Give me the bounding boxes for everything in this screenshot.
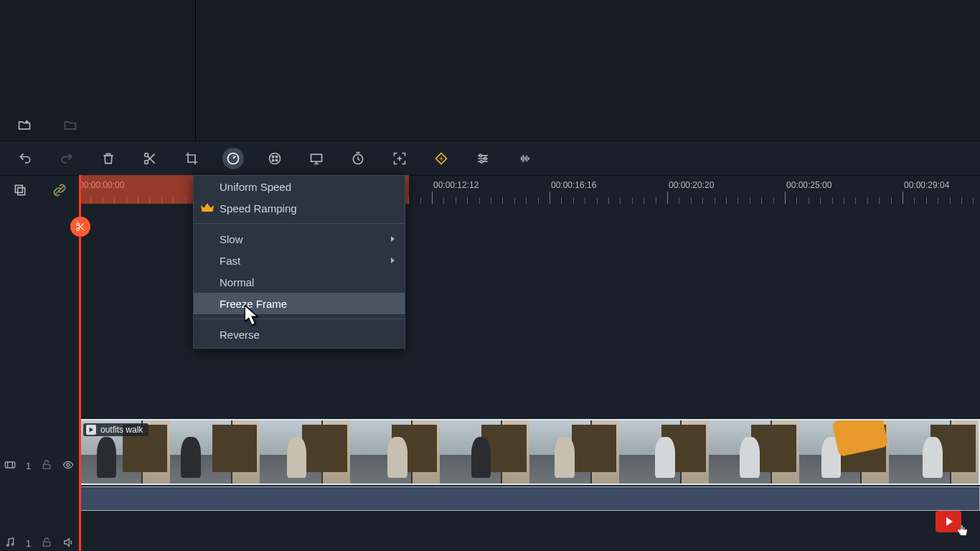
menu-item-freeze-frame[interactable]: Freeze Frame xyxy=(194,293,405,314)
svg-rect-18 xyxy=(5,462,14,468)
menu-item-uniform-speed[interactable]: Uniform Speed xyxy=(194,176,405,197)
secondary-track-clip[interactable] xyxy=(79,486,980,511)
menu-item-fast[interactable]: Fast xyxy=(194,250,405,271)
ruler-timestamp: 00:00:00:00 xyxy=(79,180,124,190)
audio-track-header: 1 xyxy=(4,534,76,551)
svg-point-5 xyxy=(275,156,278,158)
delete-button[interactable] xyxy=(98,148,119,169)
clip-thumbnail xyxy=(709,420,798,484)
menu-label: Freeze Frame xyxy=(220,298,287,310)
pointer-hand-icon xyxy=(954,522,970,538)
green-screen-button[interactable] xyxy=(306,148,327,169)
video-track-header: 1 xyxy=(4,456,76,475)
premium-crown-icon xyxy=(201,203,214,213)
folder-icon[interactable] xyxy=(62,116,79,133)
svg-point-21 xyxy=(6,544,9,546)
crop-button[interactable] xyxy=(181,148,202,169)
duplicate-icon[interactable] xyxy=(11,182,29,199)
clip-thumbnail xyxy=(170,420,260,484)
submenu-arrow-icon xyxy=(391,258,395,263)
svg-point-20 xyxy=(67,463,70,466)
svg-point-22 xyxy=(11,543,14,545)
svg-point-10 xyxy=(479,154,481,156)
redo-button[interactable] xyxy=(56,148,77,169)
svg-point-12 xyxy=(481,160,483,162)
svg-point-4 xyxy=(272,156,274,158)
menu-item-slow[interactable]: Slow xyxy=(194,228,405,250)
menu-label: Slow xyxy=(220,233,243,245)
timeline-toolbar xyxy=(0,141,980,175)
svg-point-1 xyxy=(145,160,149,164)
timeline-ruler[interactable]: 00:00:00:0000:00:12:1200:00:16:1600:00:2… xyxy=(0,175,980,204)
svg-rect-19 xyxy=(44,464,50,468)
clip-thumbnail xyxy=(889,420,979,484)
mute-icon[interactable] xyxy=(62,537,74,550)
menu-label: Uniform Speed xyxy=(220,181,291,193)
new-folder-plus-icon[interactable] xyxy=(16,116,33,133)
menu-divider xyxy=(194,223,405,224)
speed-button[interactable] xyxy=(222,148,244,169)
lock-icon[interactable] xyxy=(41,459,52,473)
preview-area xyxy=(0,0,980,141)
menu-item-reverse[interactable]: Reverse xyxy=(194,324,405,345)
svg-point-6 xyxy=(272,159,274,161)
submenu-arrow-icon xyxy=(391,236,395,242)
clip-label: outfits walk xyxy=(83,423,149,436)
clip-thumbnail xyxy=(350,420,440,484)
split-button[interactable] xyxy=(139,148,161,169)
detect-button[interactable] xyxy=(389,148,410,169)
ruler-timestamp: 00:00:20:20 xyxy=(669,180,714,190)
svg-point-17 xyxy=(77,228,80,231)
menu-item-speed-ramping[interactable]: Speed Ramping xyxy=(194,197,405,219)
ruler-timestamp: 00:00:12:12 xyxy=(433,180,479,190)
clip-thumbnail xyxy=(440,420,529,484)
menu-item-normal[interactable]: Normal xyxy=(194,271,405,293)
svg-point-11 xyxy=(484,157,486,159)
ruler-timestamp: 00:00:25:00 xyxy=(786,180,831,190)
adjust-button[interactable] xyxy=(472,148,494,169)
svg-point-7 xyxy=(275,159,278,161)
keyframe-button[interactable] xyxy=(430,148,452,169)
menu-label: Reverse xyxy=(220,329,260,341)
clip-thumbnail xyxy=(260,420,349,484)
menu-label: Fast xyxy=(220,255,240,267)
track-index: 1 xyxy=(26,538,31,549)
duration-button[interactable] xyxy=(347,148,369,169)
menu-divider xyxy=(194,319,405,319)
audio-waveform-button[interactable] xyxy=(514,148,535,169)
speed-menu: Uniform Speed Speed Ramping Slow Fast No… xyxy=(193,175,405,349)
svg-rect-8 xyxy=(311,154,322,161)
svg-point-16 xyxy=(77,223,80,226)
clip-name: outfits walk xyxy=(100,425,143,435)
svg-point-3 xyxy=(270,153,281,164)
color-button[interactable] xyxy=(264,148,286,169)
panel-divider xyxy=(195,0,196,141)
clip-thumbnail xyxy=(619,420,709,484)
clip-thumbnail xyxy=(799,420,889,484)
menu-label: Speed Ramping xyxy=(220,202,297,215)
undo-button[interactable] xyxy=(14,148,36,169)
menu-label: Normal xyxy=(220,276,254,288)
playhead-handle[interactable] xyxy=(70,217,90,237)
svg-rect-13 xyxy=(15,185,22,192)
track-index: 1 xyxy=(26,461,31,471)
lock-icon[interactable] xyxy=(41,537,52,550)
ruler-timestamp: 00:00:29:04 xyxy=(904,180,949,190)
ruler-timestamp: 00:00:16:16 xyxy=(551,180,596,190)
clip-play-icon xyxy=(86,425,96,435)
clip-thumbnail xyxy=(529,420,619,484)
video-track-icon[interactable] xyxy=(4,459,16,473)
video-clip[interactable]: outfits walk xyxy=(79,419,980,485)
visibility-icon[interactable] xyxy=(62,459,74,473)
svg-rect-14 xyxy=(17,188,24,195)
link-icon[interactable] xyxy=(51,182,68,199)
svg-point-0 xyxy=(145,153,149,156)
svg-rect-23 xyxy=(44,542,50,546)
audio-track-icon[interactable] xyxy=(4,537,16,550)
